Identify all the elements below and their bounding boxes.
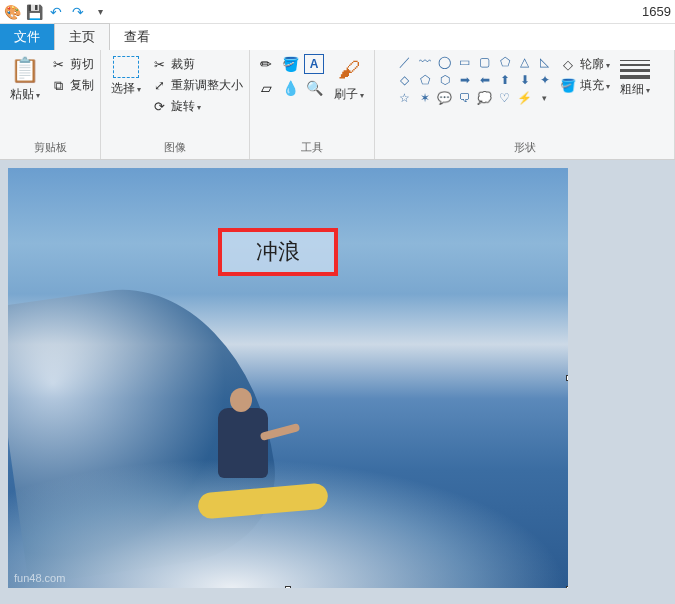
resize-handle-corner[interactable]: [566, 586, 568, 588]
paste-button[interactable]: 📋 粘贴: [6, 54, 44, 105]
stroke-button[interactable]: 粗细: [616, 54, 654, 100]
group-image: 选择 ✂ 裁剪 ⤢ 重新调整大小 ⟳ 旋转 图像: [101, 50, 250, 159]
ribbon-tabs: 文件 主页 查看: [0, 24, 675, 50]
quick-access-toolbar: 🎨 💾 ↶ ↷ ▾: [4, 4, 108, 20]
pencil-icon[interactable]: ✏: [256, 54, 276, 74]
fill-icon: 🪣: [560, 78, 576, 94]
tab-view[interactable]: 查看: [110, 24, 164, 50]
qat-dropdown-icon[interactable]: ▾: [92, 4, 108, 20]
shape-pentagon-icon[interactable]: ⬠: [416, 72, 434, 88]
rotate-icon: ⟳: [151, 99, 167, 115]
shape-diamond-icon[interactable]: ◇: [396, 72, 414, 88]
canvas-area[interactable]: 冲浪 fun48.com: [0, 160, 675, 604]
shape-curve-icon[interactable]: 〰: [416, 54, 434, 70]
outline-label: 轮廓: [580, 56, 610, 73]
shape-line-icon[interactable]: ／: [396, 54, 414, 70]
group-label-shapes: 形状: [514, 138, 536, 157]
stroke-icon: [620, 60, 650, 79]
cut-button[interactable]: ✂ 剪切: [50, 56, 94, 73]
undo-icon[interactable]: ↶: [48, 4, 64, 20]
watermark: fun48.com: [14, 572, 65, 584]
shape-heart-icon[interactable]: ♡: [496, 90, 514, 106]
magnifier-icon[interactable]: 🔍: [304, 78, 324, 98]
shape-6star-icon[interactable]: ✶: [416, 90, 434, 106]
fill-button[interactable]: 🪣 填充: [560, 77, 610, 94]
brush-icon: 🖌: [335, 56, 363, 84]
title-text: 1659: [642, 4, 671, 19]
tool-grid: ✏ 🪣 A ▱ 💧 🔍: [256, 54, 324, 98]
clipboard-icon: 📋: [11, 56, 39, 84]
rotate-label: 旋转: [171, 98, 201, 115]
shape-darrow-icon[interactable]: ⬇: [516, 72, 534, 88]
resize-label: 重新调整大小: [171, 77, 243, 94]
group-label-tools: 工具: [301, 138, 323, 157]
scissors-icon: ✂: [50, 57, 66, 73]
outline-icon: ◇: [560, 57, 576, 73]
rotate-button[interactable]: ⟳ 旋转: [151, 98, 243, 115]
shape-lightning-icon[interactable]: ⚡: [516, 90, 534, 106]
image-surfer: [188, 378, 308, 528]
brush-label: 刷子: [334, 86, 364, 103]
shape-larrow-icon[interactable]: ⬅: [476, 72, 494, 88]
shapes-gallery[interactable]: ／ 〰 ◯ ▭ ▢ ⬠ △ ◺ ◇ ⬠ ⬡ ➡ ⬅ ⬆ ⬇ ✦ ☆ ✶ 💬 🗨: [396, 54, 554, 106]
fill-label: 填充: [580, 77, 610, 94]
group-tools: ✏ 🪣 A ▱ 💧 🔍 🖌 刷子 工具: [250, 50, 375, 159]
paste-label: 粘贴: [10, 86, 40, 103]
shape-rarrow-icon[interactable]: ➡: [456, 72, 474, 88]
crop-icon: ✂: [151, 57, 167, 73]
tab-home[interactable]: 主页: [54, 23, 110, 50]
text-annotation[interactable]: 冲浪: [218, 228, 338, 276]
copy-label: 复制: [70, 77, 94, 94]
outline-button[interactable]: ◇ 轮廓: [560, 56, 610, 73]
resize-handle-bottom[interactable]: [285, 586, 291, 588]
stroke-label: 粗细: [620, 81, 650, 98]
resize-icon: ⤢: [151, 78, 167, 94]
shape-rtriangle-icon[interactable]: ◺: [536, 54, 554, 70]
app-icon: 🎨: [4, 4, 20, 20]
shape-5star-icon[interactable]: ☆: [396, 90, 414, 106]
shape-polygon-icon[interactable]: ⬠: [496, 54, 514, 70]
shape-oval-icon[interactable]: ◯: [436, 54, 454, 70]
bucket-icon[interactable]: 🪣: [280, 54, 300, 74]
group-clipboard: 📋 粘贴 ✂ 剪切 ⧉ 复制 剪贴板: [0, 50, 101, 159]
ribbon: 📋 粘贴 ✂ 剪切 ⧉ 复制 剪贴板 选择: [0, 50, 675, 160]
select-icon: [113, 56, 139, 78]
group-label-clipboard: 剪贴板: [34, 138, 67, 157]
eraser-icon[interactable]: ▱: [256, 78, 276, 98]
title-bar: 🎨 💾 ↶ ↷ ▾ 1659: [0, 0, 675, 24]
brush-button[interactable]: 🖌 刷子: [330, 54, 368, 105]
shape-callout2-icon[interactable]: 🗨: [456, 90, 474, 106]
text-tool-icon[interactable]: A: [304, 54, 324, 74]
canvas[interactable]: 冲浪 fun48.com: [8, 168, 568, 588]
tab-file[interactable]: 文件: [0, 24, 54, 50]
group-shapes: ／ 〰 ◯ ▭ ▢ ⬠ △ ◺ ◇ ⬠ ⬡ ➡ ⬅ ⬆ ⬇ ✦ ☆ ✶ 💬 🗨: [375, 50, 675, 159]
shape-roundrect-icon[interactable]: ▢: [476, 54, 494, 70]
shape-triangle-icon[interactable]: △: [516, 54, 534, 70]
copy-icon: ⧉: [50, 78, 66, 94]
shape-callout1-icon[interactable]: 💬: [436, 90, 454, 106]
shape-uarrow-icon[interactable]: ⬆: [496, 72, 514, 88]
crop-label: 裁剪: [171, 56, 195, 73]
copy-button[interactable]: ⧉ 复制: [50, 77, 94, 94]
eyedropper-icon[interactable]: 💧: [280, 78, 300, 98]
save-icon[interactable]: 💾: [26, 4, 42, 20]
group-label-image: 图像: [164, 138, 186, 157]
cut-label: 剪切: [70, 56, 94, 73]
crop-button[interactable]: ✂ 裁剪: [151, 56, 243, 73]
select-button[interactable]: 选择: [107, 54, 145, 99]
resize-handle-right[interactable]: [566, 375, 568, 381]
redo-icon[interactable]: ↷: [70, 4, 86, 20]
shape-hexagon-icon[interactable]: ⬡: [436, 72, 454, 88]
shape-callout3-icon[interactable]: 💭: [476, 90, 494, 106]
shapes-more-icon[interactable]: ▾: [536, 90, 554, 106]
shape-4star-icon[interactable]: ✦: [536, 72, 554, 88]
shape-rect-icon[interactable]: ▭: [456, 54, 474, 70]
resize-button[interactable]: ⤢ 重新调整大小: [151, 77, 243, 94]
select-label: 选择: [111, 80, 141, 97]
